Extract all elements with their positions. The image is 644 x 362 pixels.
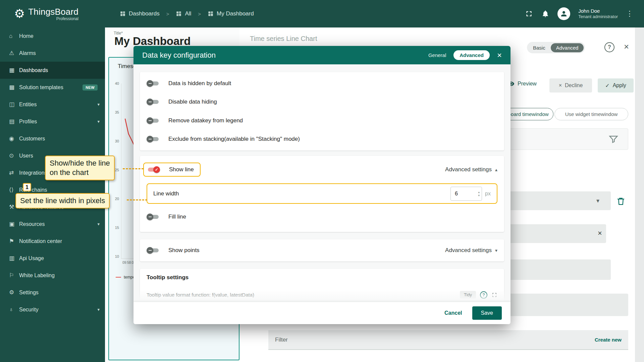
notification-center-icon: ⚑: [9, 238, 19, 245]
preview-button[interactable]: Preview: [508, 80, 537, 87]
callout-text: Show/hide the line: [50, 159, 110, 168]
sidebar-item-customers[interactable]: ◉Customers: [0, 130, 105, 147]
toggle-label: Disable data hiding: [168, 99, 217, 105]
remove-x-icon[interactable]: ×: [598, 229, 602, 238]
sidebar-item-resources[interactable]: ▣Resources▾: [0, 216, 105, 233]
callout-text: on the chart: [50, 168, 110, 177]
decline-button[interactable]: × Decline: [549, 78, 592, 93]
y-axis-tick: 20: [112, 197, 119, 201]
sidebar-item-home[interactable]: ⌂Home: [0, 27, 105, 45]
stepper-down-icon[interactable]: ▾: [478, 194, 480, 197]
cancel-button[interactable]: Cancel: [444, 310, 462, 316]
white-labeling-icon: ⚐: [9, 272, 19, 279]
scrollbar[interactable]: [635, 27, 644, 362]
expand-icon[interactable]: [491, 292, 497, 298]
tab-advanced[interactable]: Advanced: [551, 43, 584, 52]
user-info[interactable]: John Doe Tenant administrator: [578, 8, 618, 20]
chip-label: Use widget timewindow: [565, 111, 618, 117]
show-points-toggle[interactable]: [147, 247, 159, 254]
toggle-row: Exclude from stacking(available in "Stac…: [147, 135, 497, 143]
logo-gear-icon: ⚙: [14, 7, 25, 21]
breadcrumb-label: Dashboards: [129, 10, 160, 17]
breadcrumb-dashboards[interactable]: Dashboards: [120, 10, 160, 17]
help-icon[interactable]: ?: [604, 42, 614, 52]
number-stepper[interactable]: ▴ ▾: [478, 190, 480, 197]
y-axis-tick: 35: [112, 110, 119, 114]
fullscreen-icon[interactable]: [525, 9, 533, 18]
filter-row[interactable]: Filter Create new: [268, 330, 628, 350]
stepper-up-icon[interactable]: ▴: [478, 190, 480, 194]
data-hidden-toggle[interactable]: [147, 80, 159, 87]
sidebar-item-label: Security: [19, 307, 39, 313]
data-key-configuration-dialog: Data key configuration General Advanced …: [133, 46, 511, 324]
app-logo[interactable]: ⚙ ThingsBoard Professional: [0, 7, 105, 21]
sidebar-item-label: Settings: [19, 290, 39, 296]
delete-trash-icon[interactable]: [616, 196, 626, 206]
fill-line-toggle[interactable]: [147, 213, 159, 221]
callout-text: Set the line width in pixels: [20, 196, 105, 205]
chevron-down-icon: ▾: [97, 119, 100, 124]
general-toggles-card: Data is hidden by default Disable data h…: [140, 72, 504, 150]
person-icon: [560, 10, 568, 18]
chevron-down-icon[interactable]: ▾: [596, 197, 599, 204]
show-line-toggle[interactable]: ✓: [147, 166, 160, 173]
show-points-advanced-settings[interactable]: Advanced settings ▾: [445, 247, 497, 254]
toggle-label: Data is hidden by default: [168, 80, 231, 87]
user-name: John Doe: [578, 8, 618, 14]
breadcrumb-label: My Dashboard: [217, 10, 254, 17]
sidebar-item-profiles[interactable]: ▤Profiles▾: [0, 113, 105, 130]
toggle-row: Disable data hiding: [147, 98, 497, 106]
breadcrumb-all[interactable]: All: [176, 10, 191, 17]
sidebar-item-label: Customers: [19, 136, 45, 142]
tab-advanced[interactable]: Advanced: [453, 50, 490, 60]
tab-basic[interactable]: Basic: [528, 45, 550, 51]
line-width-input[interactable]: [451, 191, 467, 197]
notifications-bell-icon[interactable]: [541, 10, 549, 18]
dialog-body: Data is hidden by default Disable data h…: [133, 64, 511, 302]
dialog-close-icon[interactable]: ×: [497, 51, 502, 59]
save-button[interactable]: Save: [472, 306, 502, 320]
dashboards-icon: ▦: [9, 67, 19, 74]
sidebar-item-settings[interactable]: ⚙Settings: [0, 284, 105, 301]
line-settings-card: ✓ Show line Advanced settings ▴ Line wid…: [140, 156, 504, 232]
tidy-button[interactable]: Tidy: [460, 291, 476, 299]
sidebar-item-security[interactable]: ♁Security▾: [0, 301, 105, 318]
apply-button[interactable]: ✓ Apply: [598, 78, 634, 93]
toggle-label: Show points: [168, 247, 200, 254]
chevron-down-icon: ▾: [97, 307, 100, 312]
sidebar-item-notification-center[interactable]: ⚑Notification center: [0, 233, 105, 250]
show-line-highlight: ✓ Show line: [143, 163, 201, 177]
legend-line-swatch: —: [116, 274, 121, 280]
breadcrumb-current[interactable]: My Dashboard: [208, 10, 254, 17]
check-icon: ✓: [155, 167, 158, 172]
decline-label: Decline: [565, 82, 583, 88]
sidebar-item-api-usage[interactable]: ▥Api Usage: [0, 250, 105, 267]
logo-title: ThingsBoard: [28, 7, 78, 17]
function-help-icon[interactable]: ?: [480, 291, 487, 299]
sidebar-item-label: Alarms: [19, 50, 36, 56]
show-line-advanced-settings[interactable]: Advanced settings ▴: [445, 166, 497, 173]
remove-datakey-from-legend-toggle[interactable]: [147, 117, 159, 124]
more-menu-icon[interactable]: ⋮: [626, 9, 633, 18]
sidebar-item-solution-templates[interactable]: ▩Solution templatesNEW: [0, 79, 105, 96]
dialog-title: Data key configuration: [142, 51, 216, 60]
sidebar-item-label: Users: [19, 153, 33, 159]
filter-funnel-icon[interactable]: [608, 134, 619, 144]
sidebar-item-alarms[interactable]: ⚠Alarms: [0, 45, 105, 62]
editor-close-icon[interactable]: ×: [624, 42, 629, 52]
show-line-callout: Show/hide the line on the chart: [45, 156, 115, 180]
create-new-link[interactable]: Create new: [595, 337, 622, 343]
tooltip-settings-card: Tooltip settings Tooltip value format fu…: [140, 269, 504, 302]
sidebar-item-white-labeling[interactable]: ⚐White Labeling: [0, 267, 105, 284]
sidebar-item-entities[interactable]: ◫Entities▾: [0, 96, 105, 113]
exclude-from-stacking-toggle[interactable]: [147, 135, 159, 143]
dialog-header: Data key configuration General Advanced …: [133, 46, 511, 64]
disable-data-hiding-toggle[interactable]: [147, 98, 159, 106]
sidebar-item-dashboards[interactable]: ▦Dashboards: [0, 62, 105, 79]
editor-widget-title: Time series Line Chart: [250, 35, 317, 43]
tab-general[interactable]: General: [426, 50, 449, 60]
use-widget-timewindow-chip[interactable]: Use widget timewindow: [554, 108, 628, 120]
avatar[interactable]: [557, 7, 570, 20]
dialog-footer: Cancel Save: [133, 302, 511, 324]
callout-connector: [127, 199, 147, 200]
